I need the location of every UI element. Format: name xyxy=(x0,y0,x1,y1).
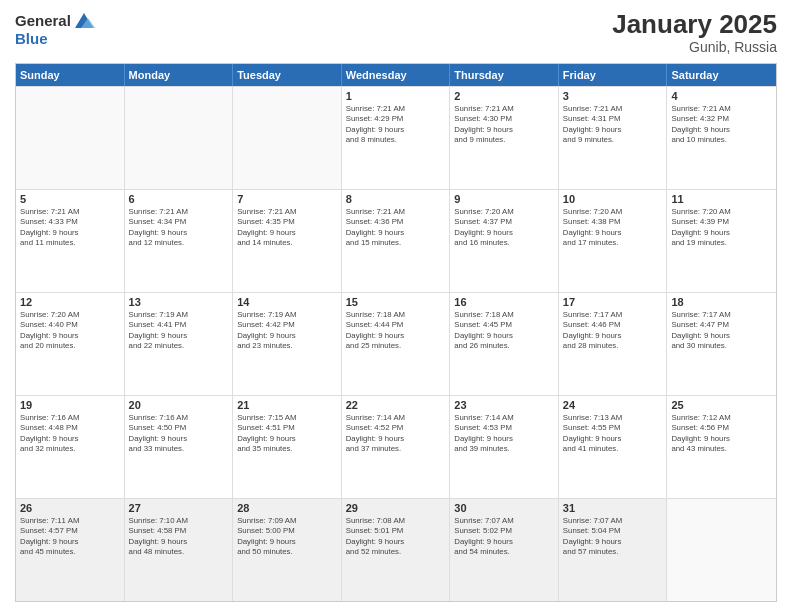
cal-cell-23: 23Sunrise: 7:14 AM Sunset: 4:53 PM Dayli… xyxy=(450,396,559,498)
logo-text-general: General xyxy=(15,12,71,29)
day-number-23: 23 xyxy=(454,399,554,411)
day-detail-22: Sunrise: 7:14 AM Sunset: 4:52 PM Dayligh… xyxy=(346,413,446,455)
day-number-22: 22 xyxy=(346,399,446,411)
day-number-10: 10 xyxy=(563,193,663,205)
cal-header-monday: Monday xyxy=(125,64,234,86)
day-detail-10: Sunrise: 7:20 AM Sunset: 4:38 PM Dayligh… xyxy=(563,207,663,249)
day-detail-5: Sunrise: 7:21 AM Sunset: 4:33 PM Dayligh… xyxy=(20,207,120,249)
cal-cell-empty xyxy=(125,87,234,189)
cal-cell-9: 9Sunrise: 7:20 AM Sunset: 4:37 PM Daylig… xyxy=(450,190,559,292)
day-number-30: 30 xyxy=(454,502,554,514)
day-number-16: 16 xyxy=(454,296,554,308)
day-detail-7: Sunrise: 7:21 AM Sunset: 4:35 PM Dayligh… xyxy=(237,207,337,249)
day-detail-19: Sunrise: 7:16 AM Sunset: 4:48 PM Dayligh… xyxy=(20,413,120,455)
day-detail-3: Sunrise: 7:21 AM Sunset: 4:31 PM Dayligh… xyxy=(563,104,663,146)
day-number-27: 27 xyxy=(129,502,229,514)
cal-cell-10: 10Sunrise: 7:20 AM Sunset: 4:38 PM Dayli… xyxy=(559,190,668,292)
day-number-29: 29 xyxy=(346,502,446,514)
day-number-25: 25 xyxy=(671,399,772,411)
calendar-subtitle: Gunib, Russia xyxy=(612,39,777,55)
day-detail-11: Sunrise: 7:20 AM Sunset: 4:39 PM Dayligh… xyxy=(671,207,772,249)
day-detail-24: Sunrise: 7:13 AM Sunset: 4:55 PM Dayligh… xyxy=(563,413,663,455)
cal-cell-31: 31Sunrise: 7:07 AM Sunset: 5:04 PM Dayli… xyxy=(559,499,668,601)
cal-cell-11: 11Sunrise: 7:20 AM Sunset: 4:39 PM Dayli… xyxy=(667,190,776,292)
day-detail-29: Sunrise: 7:08 AM Sunset: 5:01 PM Dayligh… xyxy=(346,516,446,558)
header: GeneralBlue January 2025 Gunib, Russia xyxy=(15,10,777,55)
cal-cell-6: 6Sunrise: 7:21 AM Sunset: 4:34 PM Daylig… xyxy=(125,190,234,292)
day-number-2: 2 xyxy=(454,90,554,102)
cal-cell-empty xyxy=(16,87,125,189)
cal-cell-30: 30Sunrise: 7:07 AM Sunset: 5:02 PM Dayli… xyxy=(450,499,559,601)
cal-cell-12: 12Sunrise: 7:20 AM Sunset: 4:40 PM Dayli… xyxy=(16,293,125,395)
day-number-8: 8 xyxy=(346,193,446,205)
cal-week-1: 1Sunrise: 7:21 AM Sunset: 4:29 PM Daylig… xyxy=(16,86,776,189)
cal-header-friday: Friday xyxy=(559,64,668,86)
cal-cell-21: 21Sunrise: 7:15 AM Sunset: 4:51 PM Dayli… xyxy=(233,396,342,498)
cal-week-5: 26Sunrise: 7:11 AM Sunset: 4:57 PM Dayli… xyxy=(16,498,776,601)
day-detail-4: Sunrise: 7:21 AM Sunset: 4:32 PM Dayligh… xyxy=(671,104,772,146)
calendar-header-row: SundayMondayTuesdayWednesdayThursdayFrid… xyxy=(16,64,776,86)
cal-cell-20: 20Sunrise: 7:16 AM Sunset: 4:50 PM Dayli… xyxy=(125,396,234,498)
day-number-17: 17 xyxy=(563,296,663,308)
page: GeneralBlue January 2025 Gunib, Russia S… xyxy=(0,0,792,612)
day-number-12: 12 xyxy=(20,296,120,308)
cal-cell-3: 3Sunrise: 7:21 AM Sunset: 4:31 PM Daylig… xyxy=(559,87,668,189)
day-number-18: 18 xyxy=(671,296,772,308)
cal-header-tuesday: Tuesday xyxy=(233,64,342,86)
day-detail-30: Sunrise: 7:07 AM Sunset: 5:02 PM Dayligh… xyxy=(454,516,554,558)
cal-cell-2: 2Sunrise: 7:21 AM Sunset: 4:30 PM Daylig… xyxy=(450,87,559,189)
cal-cell-empty xyxy=(667,499,776,601)
day-detail-12: Sunrise: 7:20 AM Sunset: 4:40 PM Dayligh… xyxy=(20,310,120,352)
cal-cell-22: 22Sunrise: 7:14 AM Sunset: 4:52 PM Dayli… xyxy=(342,396,451,498)
calendar-body: 1Sunrise: 7:21 AM Sunset: 4:29 PM Daylig… xyxy=(16,86,776,601)
cal-cell-27: 27Sunrise: 7:10 AM Sunset: 4:58 PM Dayli… xyxy=(125,499,234,601)
day-detail-20: Sunrise: 7:16 AM Sunset: 4:50 PM Dayligh… xyxy=(129,413,229,455)
day-number-1: 1 xyxy=(346,90,446,102)
day-number-11: 11 xyxy=(671,193,772,205)
cal-cell-28: 28Sunrise: 7:09 AM Sunset: 5:00 PM Dayli… xyxy=(233,499,342,601)
cal-cell-15: 15Sunrise: 7:18 AM Sunset: 4:44 PM Dayli… xyxy=(342,293,451,395)
cal-cell-26: 26Sunrise: 7:11 AM Sunset: 4:57 PM Dayli… xyxy=(16,499,125,601)
cal-header-thursday: Thursday xyxy=(450,64,559,86)
logo-icon xyxy=(73,10,95,30)
day-detail-27: Sunrise: 7:10 AM Sunset: 4:58 PM Dayligh… xyxy=(129,516,229,558)
day-number-4: 4 xyxy=(671,90,772,102)
cal-cell-empty xyxy=(233,87,342,189)
day-detail-13: Sunrise: 7:19 AM Sunset: 4:41 PM Dayligh… xyxy=(129,310,229,352)
cal-cell-25: 25Sunrise: 7:12 AM Sunset: 4:56 PM Dayli… xyxy=(667,396,776,498)
cal-cell-8: 8Sunrise: 7:21 AM Sunset: 4:36 PM Daylig… xyxy=(342,190,451,292)
day-detail-6: Sunrise: 7:21 AM Sunset: 4:34 PM Dayligh… xyxy=(129,207,229,249)
day-number-5: 5 xyxy=(20,193,120,205)
day-detail-25: Sunrise: 7:12 AM Sunset: 4:56 PM Dayligh… xyxy=(671,413,772,455)
logo: GeneralBlue xyxy=(15,10,95,47)
day-detail-18: Sunrise: 7:17 AM Sunset: 4:47 PM Dayligh… xyxy=(671,310,772,352)
cal-cell-13: 13Sunrise: 7:19 AM Sunset: 4:41 PM Dayli… xyxy=(125,293,234,395)
day-number-14: 14 xyxy=(237,296,337,308)
cal-cell-29: 29Sunrise: 7:08 AM Sunset: 5:01 PM Dayli… xyxy=(342,499,451,601)
cal-cell-24: 24Sunrise: 7:13 AM Sunset: 4:55 PM Dayli… xyxy=(559,396,668,498)
day-number-20: 20 xyxy=(129,399,229,411)
day-detail-23: Sunrise: 7:14 AM Sunset: 4:53 PM Dayligh… xyxy=(454,413,554,455)
day-number-6: 6 xyxy=(129,193,229,205)
day-detail-21: Sunrise: 7:15 AM Sunset: 4:51 PM Dayligh… xyxy=(237,413,337,455)
day-detail-9: Sunrise: 7:20 AM Sunset: 4:37 PM Dayligh… xyxy=(454,207,554,249)
day-number-28: 28 xyxy=(237,502,337,514)
day-detail-16: Sunrise: 7:18 AM Sunset: 4:45 PM Dayligh… xyxy=(454,310,554,352)
cal-cell-7: 7Sunrise: 7:21 AM Sunset: 4:35 PM Daylig… xyxy=(233,190,342,292)
day-number-21: 21 xyxy=(237,399,337,411)
cal-cell-17: 17Sunrise: 7:17 AM Sunset: 4:46 PM Dayli… xyxy=(559,293,668,395)
day-detail-14: Sunrise: 7:19 AM Sunset: 4:42 PM Dayligh… xyxy=(237,310,337,352)
day-detail-15: Sunrise: 7:18 AM Sunset: 4:44 PM Dayligh… xyxy=(346,310,446,352)
cal-cell-1: 1Sunrise: 7:21 AM Sunset: 4:29 PM Daylig… xyxy=(342,87,451,189)
day-number-7: 7 xyxy=(237,193,337,205)
day-detail-17: Sunrise: 7:17 AM Sunset: 4:46 PM Dayligh… xyxy=(563,310,663,352)
cal-cell-14: 14Sunrise: 7:19 AM Sunset: 4:42 PM Dayli… xyxy=(233,293,342,395)
day-number-3: 3 xyxy=(563,90,663,102)
day-number-13: 13 xyxy=(129,296,229,308)
day-number-24: 24 xyxy=(563,399,663,411)
cal-header-wednesday: Wednesday xyxy=(342,64,451,86)
day-number-26: 26 xyxy=(20,502,120,514)
day-detail-31: Sunrise: 7:07 AM Sunset: 5:04 PM Dayligh… xyxy=(563,516,663,558)
cal-header-sunday: Sunday xyxy=(16,64,125,86)
cal-cell-19: 19Sunrise: 7:16 AM Sunset: 4:48 PM Dayli… xyxy=(16,396,125,498)
